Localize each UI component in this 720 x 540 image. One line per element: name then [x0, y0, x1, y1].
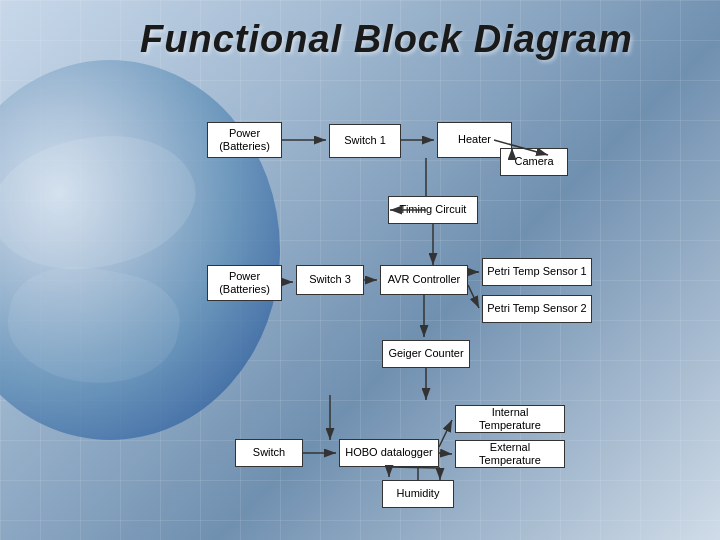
switch-main-box: Switch: [235, 439, 303, 467]
svg-line-18: [389, 467, 440, 468]
svg-line-10: [468, 285, 479, 308]
internal-temp-box: Internal Temperature: [455, 405, 565, 433]
external-temp-box: External Temperature: [455, 440, 565, 468]
geiger-counter-box: Geiger Counter: [382, 340, 470, 368]
humidity-box: Humidity: [382, 480, 454, 508]
svg-line-14: [439, 420, 452, 447]
camera-box: Camera: [500, 148, 568, 176]
power-batteries-1: Power(Batteries): [207, 122, 282, 158]
switch-1-box: Switch 1: [329, 124, 401, 158]
power-batteries-2: Power(Batteries): [207, 265, 282, 301]
petri-temp-sensor-2-box: Petri Temp Sensor 2: [482, 295, 592, 323]
svg-line-15: [439, 453, 452, 454]
petri-temp-sensor-1-box: Petri Temp Sensor 1: [482, 258, 592, 286]
hobo-datalogger-box: HOBO datalogger: [339, 439, 439, 467]
diagram-content: Functional Block Diagram Power(Batteries…: [0, 0, 720, 540]
timing-circuit-box: Timing Circuit: [388, 196, 478, 224]
page-title: Functional Block Diagram: [140, 18, 633, 61]
avr-controller-box: AVR Controller: [380, 265, 468, 295]
switch-3-box: Switch 3: [296, 265, 364, 295]
